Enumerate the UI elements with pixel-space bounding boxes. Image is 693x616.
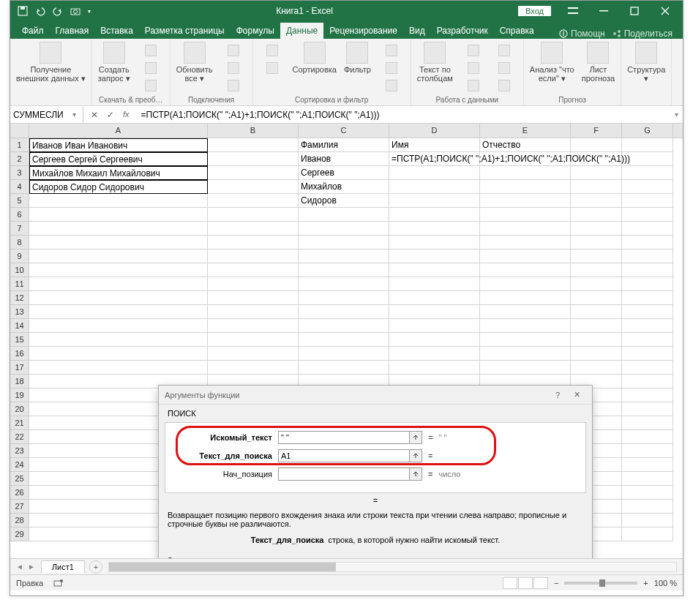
cell[interactable]	[622, 263, 673, 277]
cell[interactable]	[480, 333, 571, 347]
row-header[interactable]: 10	[10, 263, 29, 277]
cell[interactable]	[208, 194, 299, 208]
row-header[interactable]: 14	[10, 319, 29, 333]
data-small-6[interactable]	[490, 78, 519, 94]
conn-small-2[interactable]	[219, 61, 248, 77]
tab-help[interactable]: Справка	[494, 23, 540, 39]
cell[interactable]	[299, 236, 389, 249]
cell[interactable]	[571, 222, 622, 236]
cell[interactable]	[29, 236, 208, 249]
cell[interactable]	[208, 347, 299, 361]
row-header[interactable]: 16	[10, 347, 29, 361]
row-header[interactable]: 24	[10, 458, 29, 472]
row-header[interactable]: 21	[10, 416, 29, 430]
cell[interactable]	[480, 180, 571, 194]
cancel-formula-icon[interactable]: ✕	[91, 110, 98, 120]
data-small-1[interactable]	[459, 43, 488, 59]
cell[interactable]	[622, 402, 673, 416]
camera-icon[interactable]	[70, 6, 80, 16]
row-header[interactable]: 13	[10, 305, 29, 319]
cell[interactable]	[389, 347, 480, 361]
cell[interactable]: Сидоров	[299, 194, 389, 208]
cell[interactable]	[208, 361, 299, 375]
cell[interactable]	[29, 305, 208, 319]
conn-small-3[interactable]	[219, 78, 248, 94]
col-header-c[interactable]: C	[299, 124, 389, 138]
cell[interactable]	[208, 263, 299, 277]
col-header-f[interactable]: F	[571, 124, 622, 138]
fx-icon[interactable]: fx	[123, 110, 130, 120]
cell[interactable]	[29, 208, 208, 222]
cell[interactable]	[622, 514, 673, 527]
row-header[interactable]: 29	[10, 527, 29, 541]
normal-view-button[interactable]	[503, 577, 517, 589]
cell[interactable]	[622, 236, 673, 249]
data-small-4[interactable]	[490, 61, 519, 77]
cell[interactable]	[389, 208, 480, 222]
row-header[interactable]: 19	[10, 388, 29, 402]
cell[interactable]	[622, 319, 673, 333]
data-small-5[interactable]	[459, 78, 488, 94]
dialog-help-icon[interactable]: ?	[548, 391, 567, 399]
cell[interactable]	[622, 472, 673, 486]
cell[interactable]	[622, 444, 673, 458]
row-header[interactable]: 18	[10, 375, 29, 388]
cell[interactable]: =ПСТР(A1;ПОИСК(" ";A1)+1;ПОИСК(" ";A1;ПО…	[389, 152, 480, 166]
filter-button[interactable]: Фильтр	[342, 40, 372, 75]
cell[interactable]	[389, 249, 480, 263]
save-icon[interactable]	[18, 6, 28, 16]
spreadsheet-grid[interactable]: A B C D E F G 1Иванов Иван ИвановичФамил…	[10, 124, 683, 558]
cell[interactable]	[29, 222, 208, 236]
cell[interactable]	[389, 194, 480, 208]
arg3-input[interactable]	[278, 467, 410, 481]
undo-icon[interactable]	[35, 6, 45, 16]
cell[interactable]	[299, 222, 389, 236]
add-sheet-button[interactable]: +	[89, 560, 102, 574]
cell[interactable]	[208, 236, 299, 249]
page-break-view-button[interactable]	[533, 577, 548, 589]
outline-button[interactable]: Структура ▾	[626, 40, 667, 85]
cell[interactable]	[480, 236, 571, 249]
cell[interactable]	[389, 361, 480, 375]
cell[interactable]	[299, 277, 389, 291]
cell[interactable]	[622, 166, 673, 180]
minimize-button[interactable]	[589, 1, 618, 21]
row-header[interactable]: 1	[10, 138, 29, 152]
cell[interactable]	[480, 347, 571, 361]
cell[interactable]	[299, 319, 389, 333]
cell[interactable]	[389, 333, 480, 347]
cell[interactable]	[622, 375, 673, 388]
cell[interactable]	[29, 277, 208, 291]
sheet-nav-next-icon[interactable]: ►	[28, 563, 35, 571]
arg2-input[interactable]	[278, 449, 410, 462]
cell[interactable]	[208, 277, 299, 291]
sort-za-icon[interactable]	[258, 61, 287, 77]
cell[interactable]	[622, 208, 673, 222]
cell[interactable]	[29, 347, 208, 361]
ribbon-options-icon[interactable]	[558, 1, 588, 21]
select-all-corner[interactable]	[10, 124, 29, 138]
cell[interactable]: Фамилия	[299, 138, 389, 152]
cell[interactable]	[622, 222, 673, 236]
row-header[interactable]: 5	[10, 194, 29, 208]
sort-az-icon[interactable]	[258, 43, 287, 59]
cell[interactable]	[29, 333, 208, 347]
cell[interactable]	[299, 347, 389, 361]
whatif-button[interactable]: Анализ "что если" ▾	[528, 40, 576, 85]
row-header[interactable]: 23	[10, 444, 29, 458]
tab-formulas[interactable]: Формулы	[231, 23, 280, 39]
cell[interactable]	[208, 222, 299, 236]
login-button[interactable]: Вход	[518, 6, 551, 16]
cell[interactable]	[480, 319, 571, 333]
cell[interactable]	[389, 166, 480, 180]
col-header-e[interactable]: E	[480, 124, 571, 138]
zoom-slider[interactable]	[564, 582, 637, 585]
tab-file[interactable]: Файл	[16, 23, 50, 39]
tell-me[interactable]: Помощн	[559, 29, 605, 39]
cell[interactable]	[622, 291, 673, 305]
cell[interactable]	[389, 291, 480, 305]
cell[interactable]	[480, 208, 571, 222]
tab-view[interactable]: Вид	[403, 23, 431, 39]
formula-expand-icon[interactable]: ▾	[670, 110, 683, 119]
formula-input[interactable]	[137, 110, 670, 120]
